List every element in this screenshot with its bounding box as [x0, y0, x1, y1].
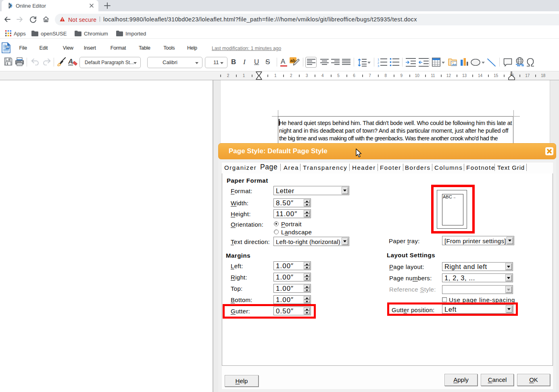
svg-text:3: 3 — [378, 64, 379, 67]
svg-text:A: A — [68, 58, 73, 65]
svg-text:ab: ab — [290, 58, 296, 63]
